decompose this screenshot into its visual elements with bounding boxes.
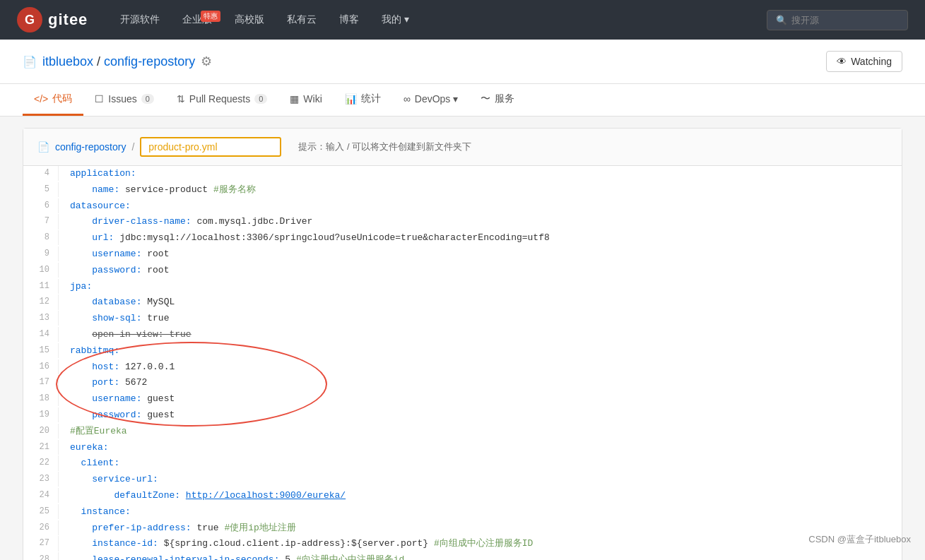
tab-services-label: 服务 <box>495 93 514 105</box>
code-line-28: 28 lease-renewal-interval-in-seconds: 5 … <box>23 552 902 560</box>
line-number: 23 <box>23 472 59 487</box>
line-content: username: guest <box>59 391 902 407</box>
tab-services[interactable]: 〜 服务 <box>469 84 526 116</box>
repo-settings-icon[interactable]: ⚙ <box>201 54 212 69</box>
line-number: 14 <box>23 327 59 342</box>
repo-header: 📄 itbluebox / config-repostory ⚙ 👁 Watch… <box>0 40 925 84</box>
code-line-13: 13 show-sql: true <box>23 311 902 327</box>
watching-button[interactable]: 👁 Watching <box>826 51 902 72</box>
code-line-6: 6 datasource: <box>23 198 902 215</box>
tab-devops-label: DevOps ▾ <box>415 93 458 105</box>
top-navigation: G gitee 开源软件 企业版 特惠 高校版 私有云 博客 我的 ▾ 🔍 <box>0 0 925 40</box>
nav-opensource[interactable]: 开源软件 <box>110 9 170 30</box>
code-icon: </> <box>34 93 48 105</box>
line-number: 8 <box>23 230 59 245</box>
line-content: instance-id: ${spring.cloud.client.ip-ad… <box>59 536 902 552</box>
tab-wiki-label: Wiki <box>303 93 322 105</box>
repo-owner-link[interactable]: itbluebox <box>42 54 93 68</box>
code-line-9: 9 username: root <box>23 246 902 263</box>
line-number: 19 <box>23 407 59 422</box>
line-number: 17 <box>23 375 59 390</box>
file-name-input[interactable] <box>140 137 281 157</box>
line-content: open-in-view: true <box>59 327 902 343</box>
line-content: eureka: <box>59 440 902 456</box>
tab-pr-label: Pull Requests <box>189 93 250 105</box>
line-content: #配置Eureka <box>59 424 902 440</box>
code-line-10: 10 password: root <box>23 263 902 279</box>
logo[interactable]: G gitee <box>17 7 88 32</box>
file-path-bar: 📄 config-repostory / 提示：输入 / 可以将文件创建到新文件… <box>23 129 902 166</box>
line-number: 11 <box>23 279 59 294</box>
nav-enterprise[interactable]: 企业版 特惠 <box>172 9 222 30</box>
nav-university[interactable]: 高校版 <box>225 9 274 30</box>
devops-icon: ∞ <box>403 93 411 105</box>
repo-file-icon: 📄 <box>23 55 37 68</box>
code-line-20: 20 #配置Eureka <box>23 424 902 440</box>
line-content: prefer-ip-address: true #使用ip地址注册 <box>59 520 902 537</box>
line-number: 24 <box>23 488 59 503</box>
line-content: name: service-product #服务名称 <box>59 182 902 198</box>
tab-code[interactable]: </> 代码 <box>23 84 83 116</box>
code-line-23: 23 service-url: <box>23 472 902 488</box>
tab-stats[interactable]: 📊 统计 <box>334 84 392 116</box>
line-content: instance: <box>59 504 902 520</box>
code-line-7: 7 driver-class-name: com.mysql.jdbc.Driv… <box>23 214 902 230</box>
line-content: password: root <box>59 263 902 279</box>
issues-badge: 0 <box>141 94 154 104</box>
wiki-icon: ▦ <box>290 93 299 105</box>
line-content: defaultZone: http://localhost:9000/eurek… <box>59 488 902 504</box>
line-number: 20 <box>23 424 59 439</box>
line-content: datasource: <box>59 198 902 215</box>
line-content: client: <box>59 455 902 472</box>
folder-link[interactable]: config-repostory <box>55 141 126 153</box>
line-number: 13 <box>23 311 59 326</box>
line-content: lease-renewal-interval-in-seconds: 5 #向注… <box>59 552 902 560</box>
line-number: 10 <box>23 263 59 278</box>
tab-devops[interactable]: ∞ DevOps ▾ <box>392 84 469 116</box>
line-number: 18 <box>23 391 59 406</box>
nav-private[interactable]: 私有云 <box>277 9 326 30</box>
pr-badge: 0 <box>254 94 267 104</box>
repo-name-link[interactable]: config-repostory <box>104 54 195 68</box>
line-content: username: root <box>59 246 902 263</box>
main-content: 📄 config-repostory / 提示：输入 / 可以将文件创建到新文件… <box>23 128 902 560</box>
line-content: url: jdbc:mysql://localhost:3306/springc… <box>59 230 902 246</box>
line-content: password: guest <box>59 407 902 424</box>
tab-issues[interactable]: ☐ Issues 0 <box>83 84 165 116</box>
search-input[interactable] <box>791 15 899 25</box>
line-number: 28 <box>23 552 59 560</box>
logo-icon: G <box>17 7 42 32</box>
nav-links: 开源软件 企业版 特惠 高校版 私有云 博客 我的 ▾ <box>110 9 767 30</box>
code-line-5: 5 name: service-product #服务名称 <box>23 182 902 198</box>
line-number: 15 <box>23 343 59 358</box>
tab-pullrequests[interactable]: ⇅ Pull Requests 0 <box>165 84 279 116</box>
enterprise-badge: 特惠 <box>201 11 220 22</box>
code-line-8: 8 url: jdbc:mysql://localhost:3306/sprin… <box>23 230 902 246</box>
line-content: host: 127.0.0.1 <box>59 359 902 376</box>
code-line-27: 27 instance-id: ${spring.cloud.client.ip… <box>23 536 902 552</box>
line-content: database: MySQL <box>59 294 902 311</box>
file-hint: 提示：输入 / 可以将文件创建到新文件夹下 <box>298 141 471 153</box>
code-line-26: 26 prefer-ip-address: true #使用ip地址注册 <box>23 520 902 537</box>
eureka-url-link[interactable]: http://localhost:9000/eureka/ <box>186 490 346 501</box>
line-content: port: 5672 <box>59 375 902 391</box>
search-box[interactable]: 🔍 <box>767 10 908 30</box>
issues-icon: ☐ <box>95 93 104 105</box>
pr-icon: ⇅ <box>177 93 185 105</box>
line-content: rabbitmq: <box>59 343 902 359</box>
code-line-14: 14 open-in-view: true <box>23 327 902 343</box>
line-number: 4 <box>23 166 59 181</box>
repo-path: itbluebox / config-repostory <box>42 54 195 69</box>
line-number: 7 <box>23 214 59 229</box>
line-number: 22 <box>23 455 59 470</box>
nav-blog[interactable]: 博客 <box>329 9 369 30</box>
code-line-21: 21 eureka: <box>23 440 902 456</box>
line-number: 25 <box>23 504 59 519</box>
code-line-22: 22 client: <box>23 455 902 472</box>
code-line-17: 17 port: 5672 <box>23 375 902 391</box>
nav-mine[interactable]: 我的 ▾ <box>372 9 419 30</box>
line-number: 9 <box>23 246 59 261</box>
code-line-15: 15 rabbitmq: <box>23 343 902 359</box>
tab-wiki[interactable]: ▦ Wiki <box>278 84 333 116</box>
code-line-19: 19 password: guest <box>23 407 902 424</box>
